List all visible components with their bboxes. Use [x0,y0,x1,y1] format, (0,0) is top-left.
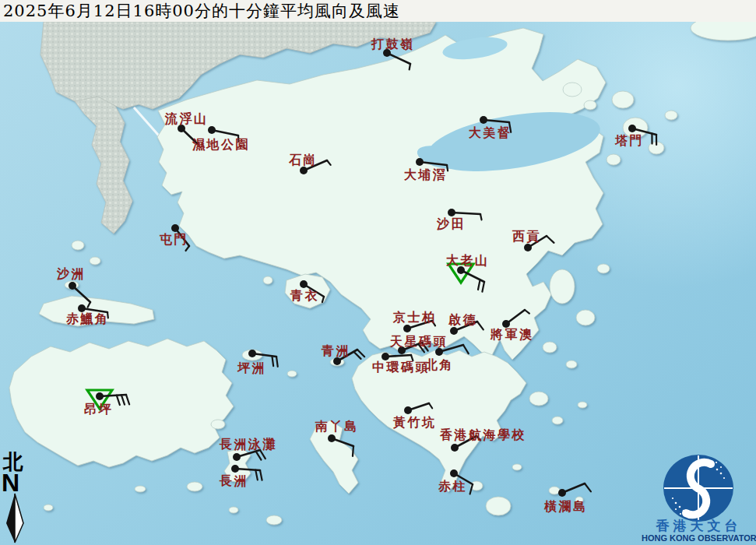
station-label: 黃竹坑 [392,415,437,430]
station-dot[interactable] [450,327,458,335]
station-label: 坪洲 [237,360,266,375]
station-dot[interactable] [248,350,256,357]
station-dot[interactable] [300,280,308,288]
hko-logo-name-zh: 香港天文台 [644,517,754,535]
station-label: 香港航海學校 [439,427,526,442]
station-label: 大老山 [446,253,490,268]
station-dot[interactable] [403,325,411,332]
station-label: 橫瀾島 [543,499,588,514]
station-label: 濕地公園 [192,137,250,152]
station-label: 流浮山 [164,111,209,126]
station-label: 南丫島 [315,419,359,434]
station-label: 將軍澳 [490,327,534,342]
station-dot[interactable] [416,158,424,166]
wind-map-screen: 打鼓嶺流浮山濕地公園石崗大美督塔門大埔滘沙田屯門西貢大老山沙洲赤鱲角青衣京士柏啟… [0,0,756,545]
station-dot[interactable] [231,465,239,473]
station-label: 沙田 [436,216,466,231]
station-dot[interactable] [404,406,412,414]
station-label: 赤柱 [438,479,467,494]
station-dot[interactable] [558,489,566,497]
station-label: 啟德 [448,312,477,327]
station-dot[interactable] [171,224,179,232]
station-dot[interactable] [524,244,532,251]
station-label: 西貢 [512,229,541,244]
station-dot[interactable] [96,392,104,400]
station-dot[interactable] [300,167,308,174]
station-label: 長洲泳灘 [219,437,277,452]
station-dot[interactable] [628,125,636,132]
station-label: 京士柏 [392,310,437,325]
station-label: 青衣 [290,288,319,303]
page-title: 2025年6月12日16時00分的十分鐘平均風向及風速 [0,0,400,22]
wind-barb-half-tick [410,64,410,69]
station-dot[interactable] [333,357,341,365]
station-dot[interactable] [233,453,241,461]
station-label: 青洲 [321,343,350,358]
hko-logo-name-en: HONG KONG OBSERVATORY [642,533,756,543]
station-dot[interactable] [480,116,487,124]
station-dot[interactable] [69,282,76,290]
station-dot[interactable] [451,444,459,452]
hko-logo [663,455,733,522]
station-label: 赤鱲角 [65,311,110,326]
station-label: 打鼓嶺 [371,37,415,51]
station-label: 天星碼頭 [389,334,448,349]
wind-barb-tick [353,446,353,456]
station-label: 塔門 [614,133,644,148]
hong-kong-map: 打鼓嶺流浮山濕地公園石崗大美督塔門大埔滘沙田屯門西貢大老山沙洲赤鱲角青衣京士柏啟… [0,0,756,545]
station-dot[interactable] [208,126,216,134]
title-bar: 2025年6月12日16時00分的十分鐘平均風向及風速 [0,0,756,22]
station-label: 昂坪 [84,402,113,417]
station-label: 石崗 [288,153,318,167]
station-label: 中環碼頭 [372,360,430,374]
wind-barb-half-tick [480,214,482,220]
station-label: 大埔滘 [404,167,448,182]
station-dot[interactable] [435,348,443,356]
station-label: 長洲 [219,473,248,488]
station-label: 沙洲 [56,266,86,281]
compass-north-letter: N [2,470,19,495]
station-dot[interactable] [450,469,458,477]
station-label: 大美督 [469,125,512,140]
station-label: 屯門 [159,232,188,247]
station-dot[interactable] [328,434,336,442]
station-dot[interactable] [448,209,455,216]
